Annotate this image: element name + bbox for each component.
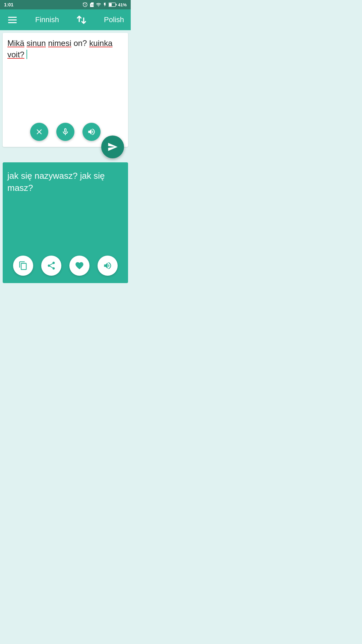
battery-percent: 41% bbox=[118, 2, 127, 7]
heart-icon bbox=[75, 261, 84, 270]
signal-icon bbox=[96, 2, 101, 7]
status-time: 1:01 bbox=[4, 2, 13, 7]
sim-icon bbox=[89, 2, 95, 7]
status-icons: 41% bbox=[82, 2, 127, 7]
word-voit: voit? bbox=[7, 50, 24, 59]
alarm-icon bbox=[82, 2, 88, 7]
input-text[interactable]: Mikä sinun nimesi on? kuinka voit? bbox=[7, 38, 123, 117]
word-sinun: sinun bbox=[26, 39, 46, 48]
speaker-translation-icon bbox=[103, 261, 112, 270]
copy-button[interactable] bbox=[13, 256, 33, 276]
main-container: Mikä sinun nimesi on? kuinka voit? bbox=[0, 30, 131, 283]
speak-translation-button[interactable] bbox=[98, 256, 118, 276]
target-language[interactable]: Polish bbox=[104, 15, 124, 24]
word-nimesi: nimesi bbox=[48, 39, 71, 48]
copy-icon bbox=[18, 261, 28, 270]
send-button-wrapper bbox=[101, 136, 124, 158]
translation-area: jak się nazywasz? jak się masz? bbox=[3, 162, 128, 283]
swap-languages-button[interactable] bbox=[76, 14, 87, 25]
text-cursor bbox=[26, 50, 27, 59]
favorite-button[interactable] bbox=[69, 256, 89, 276]
toolbar: Finnish Polish bbox=[0, 9, 131, 30]
speaker-icon bbox=[87, 127, 96, 136]
clear-button[interactable] bbox=[30, 123, 48, 141]
charging-icon bbox=[103, 2, 107, 7]
svg-rect-2 bbox=[109, 3, 112, 6]
menu-button[interactable] bbox=[7, 15, 18, 24]
battery-icon bbox=[109, 2, 117, 7]
source-language[interactable]: Finnish bbox=[35, 15, 59, 24]
input-area[interactable]: Mikä sinun nimesi on? kuinka voit? bbox=[3, 33, 128, 147]
svg-rect-1 bbox=[116, 4, 117, 6]
status-bar: 1:01 41% bbox=[0, 0, 131, 9]
word-mika: Mikä bbox=[7, 39, 24, 48]
microphone-button[interactable] bbox=[56, 123, 74, 141]
close-icon bbox=[35, 127, 44, 136]
speak-source-button[interactable] bbox=[82, 123, 101, 141]
translate-button[interactable] bbox=[101, 136, 124, 158]
translation-controls bbox=[7, 250, 123, 283]
word-kuinka: kuinka bbox=[89, 39, 112, 48]
share-button[interactable] bbox=[41, 256, 61, 276]
share-icon bbox=[47, 261, 56, 270]
microphone-icon bbox=[61, 127, 70, 136]
send-icon bbox=[107, 142, 118, 152]
translation-text: jak się nazywasz? jak się masz? bbox=[7, 170, 123, 250]
